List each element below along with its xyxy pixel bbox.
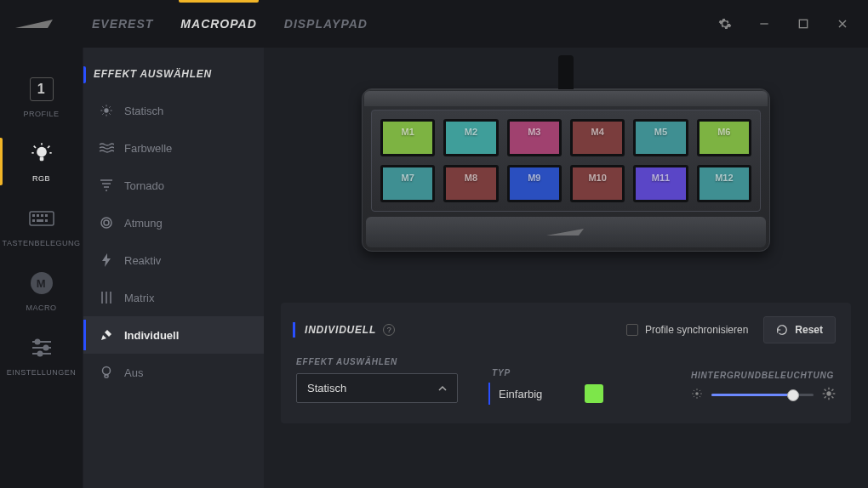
minimize-icon[interactable] bbox=[752, 12, 776, 36]
chevron-up-icon bbox=[438, 384, 447, 393]
effect-item-label: Reaktiv bbox=[124, 254, 161, 267]
svg-line-50 bbox=[694, 390, 694, 391]
macropad-device: M1M2M3M4M5M6M7M8M9M10M11M12 bbox=[362, 88, 770, 252]
rail-item-tastenbelegung[interactable]: TASTENBELEGUNG bbox=[0, 194, 83, 258]
svg-line-52 bbox=[694, 396, 694, 397]
tab-everest[interactable]: EVEREST bbox=[82, 2, 163, 46]
checkbox-icon bbox=[626, 324, 638, 336]
main-tabs: EVERESTMACROPADDISPLAYPAD bbox=[82, 2, 713, 46]
macro-key-m7[interactable]: M7 bbox=[380, 165, 435, 202]
svg-rect-44 bbox=[105, 375, 108, 377]
effect-select-group: EFFEKT AUSWÄHLEN Statisch bbox=[296, 357, 458, 403]
svg-rect-17 bbox=[37, 219, 43, 222]
svg-line-32 bbox=[102, 113, 103, 114]
svg-point-25 bbox=[104, 108, 108, 112]
waves-icon bbox=[99, 140, 114, 156]
effect-item-reaktiv[interactable]: Reaktiv bbox=[83, 241, 264, 279]
effect-item-aus[interactable]: Aus bbox=[83, 354, 264, 391]
effect-item-label: Matrix bbox=[124, 292, 154, 304]
svg-rect-13 bbox=[37, 214, 39, 217]
type-display: Einfarbig bbox=[492, 384, 603, 403]
macro-key-m6[interactable]: M6 bbox=[697, 119, 751, 156]
macro-key-m8[interactable]: M8 bbox=[443, 165, 498, 202]
controls-row: EFFEKT AUSWÄHLEN Statisch TYP Einfarbig … bbox=[296, 357, 836, 403]
color-swatch[interactable] bbox=[585, 384, 603, 403]
sun-icon bbox=[99, 103, 114, 118]
effect-item-statisch[interactable]: Statisch bbox=[83, 92, 264, 129]
macro-key-m10[interactable]: M10 bbox=[570, 165, 625, 202]
rail-label: PROFILE bbox=[23, 110, 59, 118]
effect-item-label: Farbwelle bbox=[124, 142, 172, 155]
brightness-high-icon bbox=[822, 387, 836, 403]
main-content: M1M2M3M4M5M6M7M8M9M10M11M12 INDIVIDUELL … bbox=[264, 48, 868, 488]
effect-item-atmung[interactable]: Atmung bbox=[83, 204, 264, 241]
effect-item-label: Statisch bbox=[124, 105, 163, 117]
svg-line-61 bbox=[825, 396, 826, 398]
svg-rect-15 bbox=[45, 214, 48, 217]
effect-item-farbwelle[interactable]: Farbwelle bbox=[83, 129, 264, 167]
maximize-icon[interactable] bbox=[791, 12, 815, 36]
help-icon[interactable]: ? bbox=[383, 324, 395, 336]
macro-key-m2[interactable]: M2 bbox=[443, 119, 498, 156]
settings-icon[interactable] bbox=[713, 12, 737, 36]
backlight-slider-wrap bbox=[691, 387, 836, 403]
config-title-wrap: INDIVIDUELL ? bbox=[296, 324, 395, 336]
macro-key-m1[interactable]: M1 bbox=[380, 119, 435, 156]
svg-point-54 bbox=[826, 391, 831, 395]
key-grid: M1M2M3M4M5M6M7M8M9M10M11M12 bbox=[371, 110, 761, 212]
svg-point-39 bbox=[104, 220, 109, 225]
brightness-low-icon bbox=[691, 388, 703, 402]
svg-rect-5 bbox=[39, 157, 43, 162]
svg-point-24 bbox=[37, 352, 42, 356]
target-icon bbox=[99, 215, 114, 230]
svg-line-62 bbox=[831, 389, 833, 391]
rail-item-profile[interactable]: 1PROFILE bbox=[0, 65, 83, 129]
effect-item-tornado[interactable]: Tornado bbox=[83, 167, 264, 204]
tab-displaypad[interactable]: DISPLAYPAD bbox=[274, 2, 378, 46]
effect-panel: EFFEKT AUSWÄHLEN StatischFarbwelleTornad… bbox=[83, 48, 264, 488]
config-card: INDIVIDUELL ? Profile synchronisieren Re… bbox=[281, 303, 851, 423]
config-header-row: INDIVIDUELL ? Profile synchronisieren Re… bbox=[296, 316, 836, 343]
bolt-icon bbox=[99, 253, 114, 268]
matrix-icon bbox=[99, 290, 114, 305]
slider-thumb[interactable] bbox=[787, 389, 799, 401]
effect-select-value: Statisch bbox=[307, 382, 346, 394]
effect-select[interactable]: Statisch bbox=[296, 373, 458, 403]
macro-key-m12[interactable]: M12 bbox=[697, 165, 751, 202]
effect-panel-title: EFFEKT AUSWÄHLEN bbox=[94, 68, 212, 80]
device-top-edge bbox=[364, 91, 768, 106]
rail-item-rgb[interactable]: RGB bbox=[0, 129, 83, 194]
effect-list: StatischFarbwelleTornadoAtmungReaktivMat… bbox=[83, 92, 264, 391]
sync-profiles-checkbox[interactable]: Profile synchronisieren bbox=[626, 324, 748, 336]
macro-key-m9[interactable]: M9 bbox=[507, 165, 562, 202]
tab-macropad[interactable]: MACROPAD bbox=[170, 2, 266, 46]
reset-button[interactable]: Reset bbox=[763, 316, 836, 343]
effect-item-individuell[interactable]: Individuell bbox=[83, 316, 264, 354]
macro-key-m5[interactable]: M5 bbox=[633, 119, 688, 156]
macro-key-m4[interactable]: M4 bbox=[570, 119, 625, 156]
svg-rect-12 bbox=[32, 214, 35, 217]
rail-item-einstellungen[interactable]: EINSTELLUNGEN bbox=[0, 323, 83, 388]
window-controls bbox=[713, 12, 854, 36]
macro-key-m3[interactable]: M3 bbox=[507, 119, 562, 156]
effect-select-label: EFFEKT AUSWÄHLEN bbox=[296, 357, 458, 366]
backlight-slider[interactable] bbox=[711, 394, 814, 396]
rail-item-macro[interactable]: MMACRO bbox=[0, 258, 83, 323]
reset-label: Reset bbox=[795, 324, 823, 336]
tornado-icon bbox=[99, 178, 114, 193]
close-icon[interactable] bbox=[831, 12, 854, 36]
svg-point-38 bbox=[101, 218, 111, 228]
effect-item-matrix[interactable]: Matrix bbox=[83, 279, 264, 316]
svg-point-22 bbox=[43, 346, 48, 350]
macro-key-m11[interactable]: M11 bbox=[633, 165, 688, 202]
config-header-actions: Profile synchronisieren Reset bbox=[626, 316, 836, 343]
custom-icon bbox=[99, 327, 114, 343]
rail-label: TASTENBELEGUNG bbox=[3, 239, 81, 247]
slider-fill bbox=[711, 394, 793, 396]
macro-m-icon: M bbox=[28, 270, 55, 297]
type-value: Einfarbig bbox=[499, 388, 542, 400]
bulb-off-icon bbox=[99, 365, 114, 380]
effect-item-label: Individuell bbox=[124, 329, 179, 342]
effect-item-label: Tornado bbox=[124, 179, 164, 192]
effect-item-label: Aus bbox=[124, 366, 143, 379]
